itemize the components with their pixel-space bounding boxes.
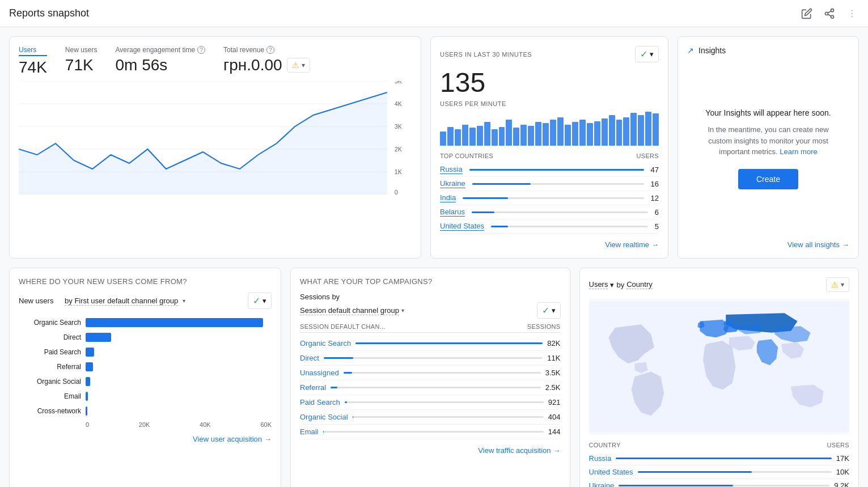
edit-icon[interactable] — [800, 7, 814, 20]
campaigns-status-chip[interactable]: ✓ ▾ — [537, 302, 561, 319]
camp-name[interactable]: Email — [300, 427, 319, 436]
bar-mini — [447, 127, 454, 146]
users-metric: Users 74K — [19, 46, 47, 77]
x-axis-label: 60K — [260, 421, 272, 428]
realtime-subtitle: USERS PER MINUTE — [440, 100, 659, 107]
warning-icon: ⚠ — [292, 61, 299, 70]
country-bar — [472, 183, 531, 185]
where-from-card: WHERE DO YOUR NEW USERS COME FROM? New u… — [9, 268, 281, 487]
bar-mini — [440, 132, 446, 146]
country-count: 12 — [651, 194, 659, 202]
country-bar-container — [491, 226, 648, 227]
hbar-track — [86, 348, 272, 357]
users-selector[interactable]: Users — [589, 280, 608, 289]
hbar-fill — [86, 333, 111, 342]
world-val: 9.2K — [834, 481, 849, 487]
world-bar — [638, 471, 752, 473]
insights-text: In the meantime, you can create new cust… — [698, 124, 838, 158]
sessions-col-header: SESSIONS — [527, 323, 561, 330]
campaigns-selector: Sessions by Session default channel grou… — [300, 293, 561, 319]
arrow-icon: → — [651, 240, 659, 249]
hbar-fill — [86, 406, 87, 416]
world-country[interactable]: Russia — [589, 454, 612, 463]
bar-mini — [477, 126, 483, 146]
svg-text:0: 0 — [395, 189, 398, 194]
bar-mini — [528, 126, 534, 146]
bar-mini — [594, 121, 600, 146]
country-name[interactable]: India — [440, 193, 456, 202]
users-card: Users 74K New users 71K Average engageme… — [9, 36, 421, 259]
camp-name[interactable]: Paid Search — [300, 398, 340, 406]
view-traffic-acquisition-link[interactable]: View traffic acquisition → — [300, 446, 561, 455]
svg-text:5K: 5K — [395, 81, 402, 84]
create-button[interactable]: Create — [738, 169, 798, 189]
bar-mini — [616, 120, 623, 146]
bar-mini — [638, 115, 644, 146]
country-bar — [463, 197, 508, 199]
users-label[interactable]: Users — [19, 46, 47, 56]
country-name[interactable]: Ukraine — [440, 179, 465, 188]
camp-name[interactable]: Organic Social — [300, 413, 348, 421]
where-from-status-chip[interactable]: ✓ ▾ — [248, 293, 272, 309]
revenue-info-icon[interactable]: ? — [266, 46, 274, 54]
where-from-selector: New users by First user default channel … — [19, 293, 272, 309]
world-users-col-header: USERS — [827, 442, 849, 448]
insights-body: Your Insights will appear here soon. In … — [687, 64, 849, 234]
camp-bar — [331, 387, 337, 388]
world-selector: Users ▾ by Country — [589, 280, 653, 289]
world-country[interactable]: Ukraine — [589, 481, 615, 487]
arrow-icon: → — [842, 240, 849, 249]
engagement-info-icon[interactable]: ? — [197, 46, 205, 54]
camp-selector-label[interactable]: Session default channel group — [300, 306, 399, 315]
world-country[interactable]: United States — [589, 468, 633, 476]
where-from-title: WHERE DO YOUR NEW USERS COME FROM? — [19, 277, 272, 286]
more-icon[interactable] — [845, 7, 859, 20]
country-name[interactable]: Russia — [440, 165, 463, 174]
hbar-track — [86, 318, 272, 327]
realtime-bar-chart — [440, 112, 659, 146]
hbar-track — [86, 377, 272, 386]
camp-name[interactable]: Direct — [300, 354, 319, 362]
realtime-status-chip[interactable]: ✓ ▾ — [635, 46, 659, 62]
camp-name[interactable]: Organic Search — [300, 339, 351, 348]
camp-name[interactable]: Referral — [300, 383, 326, 392]
view-realtime-link[interactable]: View realtime → — [440, 240, 659, 249]
new-users-label: New users — [65, 46, 98, 54]
bar-mini — [579, 120, 586, 146]
country-name[interactable]: United States — [440, 222, 484, 231]
countries-table: TOP COUNTRIES USERS Russia 47 Ukraine 16… — [440, 153, 659, 234]
arrow-icon: → — [264, 435, 272, 443]
hbar-label: Paid Search — [19, 348, 81, 356]
country-row: India 12 — [440, 191, 659, 205]
view-user-acquisition-link[interactable]: View user acquisition → — [19, 435, 272, 443]
world-header: Users ▾ by Country ⚠ ▾ — [589, 277, 850, 292]
bar-mini — [520, 125, 527, 146]
insights-card: ↗ Insights Your Insights will appear her… — [678, 36, 859, 259]
line-chart-svg: 5K 4K 3K 2K 1K 0 30 Apr 07 May 14 21 — [19, 81, 412, 194]
camp-row: Email 144 — [300, 425, 561, 439]
svg-text:2K: 2K — [395, 146, 402, 153]
hbar-row: Email — [19, 392, 272, 401]
selector-label[interactable]: by First user default channel group — [65, 297, 178, 306]
hbar-fill — [86, 377, 90, 386]
campaigns-card: WHAT ARE YOUR TOP CAMPAIGNS? Sessions by… — [290, 268, 570, 487]
dropdown-arrow-icon: ▾ — [183, 298, 185, 304]
view-all-insights-link[interactable]: View all insights → — [687, 234, 849, 249]
camp-bar-container — [331, 387, 541, 388]
country-count: 47 — [651, 166, 659, 174]
hbar-label: Referral — [19, 363, 81, 371]
new-users-value: 71K — [65, 56, 98, 74]
share-icon[interactable] — [823, 7, 836, 20]
camp-bar — [324, 357, 353, 359]
camp-name[interactable]: Unassigned — [300, 369, 339, 377]
campaigns-table-header: SESSION DEFAULT CHAN... SESSIONS — [300, 323, 561, 333]
learn-more-link[interactable]: Learn more — [780, 147, 817, 156]
country-selector[interactable]: Country — [626, 280, 653, 289]
new-users-metric: New users 71K — [65, 46, 98, 74]
revenue-alert-button[interactable]: ⚠ ▾ — [287, 58, 310, 73]
bar-mini — [469, 128, 476, 146]
hbar-row: Referral — [19, 362, 272, 371]
world-alert-button[interactable]: ⚠ ▾ — [826, 277, 849, 292]
bar-mini — [565, 125, 571, 146]
country-name[interactable]: Belarus — [440, 207, 465, 217]
